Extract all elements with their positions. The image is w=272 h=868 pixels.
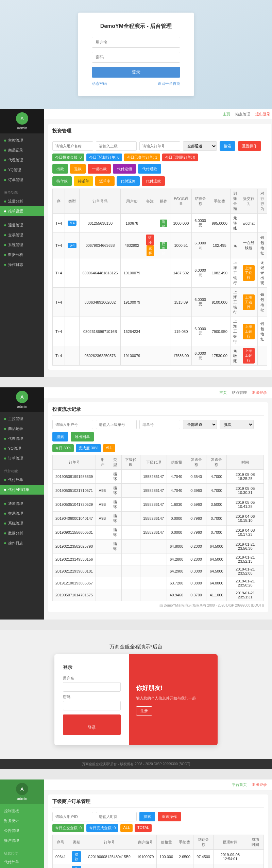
filter2-order[interactable] [139,420,180,429]
filter2-batch[interactable]: 批次 [220,420,254,429]
sidebar-item-channel[interactable]: 通道管理 [0,220,44,230]
btn-batch-withdraw[interactable]: 一键出款 [88,164,111,174]
sidebar-item-main[interactable]: 主控管理 [0,135,44,145]
sidebar-item-data[interactable]: 数据分析 [0,250,44,260]
table-row: T+4 t+4 00679034663638 4632902 循环选择 已选择 … [53,233,267,258]
table-row: 20191210019386535763.72000.380064.000020… [53,577,264,589]
filter-username[interactable] [52,141,93,151]
search-button-1[interactable]: 搜索 [220,141,235,151]
reset-button-1[interactable]: 重置操作 [238,141,261,151]
topbar3-platform[interactable]: 平台首页 [232,782,247,787]
topbar2-manage[interactable]: 站点管理 [232,390,247,395]
search-button-3[interactable]: 搜索 [139,812,155,821]
login-button-2[interactable]: 登录 [63,714,121,735]
avatar-3: A [16,783,28,795]
sidebar-item-yq[interactable]: YQ管理 [0,165,44,175]
admin-panel-3: A admin 控制面板 财务统计 公告管理 账户管理 研发代付 代付外单 订单… [0,779,272,868]
topbar3-logout[interactable]: 退出登录 [252,782,267,787]
sidebar2-item-data[interactable]: 数据分析 [0,528,44,538]
filter3-user[interactable] [52,812,93,821]
main-content-3: 平台首页 退出登录 下级商户订单管理 搜索 重置操作 今日立交金额: 0 今日完… [44,779,272,868]
sidebar2-item-yq[interactable]: YQ管理 [0,444,44,453]
th-settle: 结算金额 [192,189,209,214]
table-row: T+4 t+4 001255638130 160678 选择 1000.000 … [53,214,267,233]
login-button-1[interactable]: 登录 [92,67,180,78]
sidebar-item-flow[interactable]: 流量分析 [0,196,44,206]
select-btn[interactable]: 选择 [160,220,167,227]
tab-agent-rebate-tab[interactable]: 代付返佣 [117,176,140,186]
register-button[interactable]: 注册 [136,706,152,716]
filter2-channel[interactable]: 全部通道 [183,420,217,429]
sidebar2-item-system[interactable]: 系统管理 [0,518,44,528]
topbar-logout[interactable]: 退出登录 [255,112,270,117]
sidebar-item-pushset[interactable]: 推单设置 [0,206,44,216]
topbar2-logout[interactable]: 退出登录 [252,390,267,395]
sidebar2-item-order[interactable]: 订单管理 [0,453,44,463]
sidebar-item-agent[interactable]: 代理管理 [0,155,44,165]
order-table-1: 序 类型 订单号码 用户ID 备注 操作 PAY流通量 结算金额 手续费 到账金… [52,189,267,366]
topbar-home[interactable]: 主页 [223,112,230,117]
sidebar3-account[interactable]: 账户管理 [0,836,44,846]
btn-withdraw[interactable]: 出款 [52,164,68,174]
btn-refund[interactable]: 退款 [70,164,86,174]
th-submit-act: 提交行为 [240,189,257,214]
table-row: T+4 830634891062032 19100079 1513.89 6.0… [53,288,267,317]
reset-button-3[interactable]: 重置操作 [158,812,181,821]
panel-title-3: 下级商户订单管理 [52,799,264,808]
stat3-join: 今日立交金额: 0 [52,824,84,832]
btn-agent-refund[interactable]: 代付退款 [138,164,161,174]
sidebar-item-system[interactable]: 系统管理 [0,240,44,250]
stat2-today: 今日 30% [52,444,74,452]
sidebar-item-log[interactable]: 操作日志 [0,260,44,270]
topbar-notifications[interactable]: 站点管理 [235,112,250,117]
sidebar3-outside[interactable]: 代付外单 [0,857,44,867]
password-input-2[interactable] [63,701,121,710]
sidebar3-notice[interactable]: 公告管理 [0,826,44,836]
btn-agent-rebate[interactable]: 代付返佣 [113,164,136,174]
topbar2-home[interactable]: 主页 [219,390,227,395]
search-button-2[interactable]: 搜索 [52,432,68,441]
sidebar2-item-channel[interactable]: 通道管理 [0,499,44,509]
login2-title: 万商金服全程演示*后台 [109,644,163,650]
sidebar2-item-trade[interactable]: 交易管理 [0,509,44,518]
sidebar-item-trade[interactable]: 交易管理 [0,230,44,240]
th-op: 操作 [157,189,170,214]
password-input-1[interactable] [92,52,180,63]
dynamic-code-link[interactable]: 动态密码 [92,81,107,86]
select-btn-2[interactable]: 已选择 [160,242,167,249]
username-input-1[interactable] [92,37,180,48]
divider-1 [0,377,272,387]
sidebar2-item-agent[interactable]: 代理管理 [0,434,44,444]
filter-agent[interactable] [96,141,137,151]
export-button-2[interactable]: 导出回单 [71,432,94,441]
sidebar2-item-log[interactable]: 操作日志 [0,538,44,548]
sidebar-item-goods[interactable]: 商品记录 [0,145,44,155]
sidebar3-control[interactable]: 控制面板 [0,806,44,816]
sidebar2-item-flow[interactable]: 代付外单 [0,475,44,485]
filter3-date[interactable] [96,812,137,821]
sidebar-header-2: A admin [0,387,44,412]
filter2-user[interactable] [52,420,93,429]
sidebar3-finance[interactable]: 财务统计 [0,816,44,826]
sidebar2-item-goods[interactable]: 商品记录 [0,424,44,434]
tab-pending-pay[interactable]: 待付款 [52,176,72,186]
stats-row-3: 今日立交金额: 0 今日完成金额: 0 ALL TOTAL 今日订单数: 0 [52,824,264,832]
th-fee: 手续费 [209,189,230,214]
filter-channel[interactable]: 全部通道 [183,141,217,151]
stat3-all: ALL [120,824,133,832]
tab-pending-dispatch[interactable]: 待派单 [74,176,93,186]
filter-order[interactable] [139,141,180,151]
th-note: 备注 [143,189,157,214]
login-section-2: 整站资源VIP免费下载 ※ www.w___.COM ※ 万商金服全程演示*后台… [0,630,272,759]
sidebar2-item-main[interactable]: 主控管理 [0,414,44,424]
back-home-link[interactable]: 返回平台首页 [158,81,180,86]
sidebar-item-order[interactable]: 订单管理 [0,175,44,185]
username-input-2[interactable] [63,682,121,692]
footer-bar-2: 万商金服全程演示*后台 - 版权所有 2008 - 2020 DISP 2099… [0,759,272,769]
tab-dispatching[interactable]: 派单中 [95,176,115,186]
sidebar2-item-pushset[interactable]: 代付API订单 [0,485,44,495]
filter-row-1: 全部通道 搜索 重置操作 [52,141,267,151]
filter2-agent[interactable] [96,420,137,429]
tab-agent-refund-tab[interactable]: 代付退款 [142,176,165,186]
login-welcome-2: 你好朋友! 输入您的个人信息并开始与我们一起 注册 [129,654,218,745]
